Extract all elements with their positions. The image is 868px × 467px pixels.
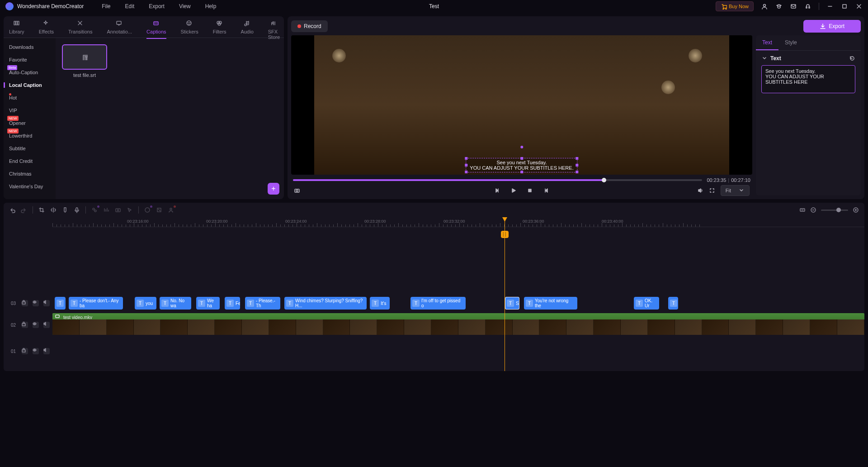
props-tab-style[interactable]: Style [778, 35, 803, 50]
menu-export[interactable]: Export [149, 3, 165, 10]
clip-label: OK. Ur [645, 298, 657, 308]
tab-captions[interactable]: Captions [146, 20, 166, 39]
menu-help[interactable]: Help [205, 3, 217, 10]
cat-subtitle[interactable]: Subtitle [4, 142, 56, 155]
text-clip[interactable]: TIt's [370, 297, 390, 310]
face-icon[interactable] [144, 207, 151, 213]
maximize-icon[interactable] [841, 3, 848, 10]
prev-frame-icon[interactable] [494, 187, 500, 194]
text-clip[interactable]: TFe [225, 297, 240, 310]
group-icon[interactable] [91, 207, 98, 213]
text-clip[interactable]: T [668, 297, 678, 310]
cat-lowerthird[interactable]: NEWLowerthird [4, 129, 56, 142]
export-button[interactable]: Export [803, 20, 861, 33]
fit-select[interactable]: Fit [721, 185, 750, 196]
menu-edit[interactable]: Edit [125, 3, 135, 10]
menu-view[interactable]: View [179, 3, 191, 10]
avatar-icon[interactable] [168, 207, 174, 213]
cat-local-caption[interactable]: Local Caption [4, 79, 56, 91]
cat-auto-caption[interactable]: BetaAuto-Caption [4, 66, 56, 79]
tab-effects[interactable]: Effects [39, 20, 54, 38]
tab-library[interactable]: Library [9, 20, 24, 38]
tab-audio[interactable]: Audio [241, 20, 254, 38]
subtitle-textarea[interactable] [761, 65, 855, 93]
cat-vip[interactable]: VIP [4, 104, 56, 117]
cat-downloads[interactable]: Downloads [4, 41, 56, 53]
marker-icon[interactable] [62, 207, 68, 213]
lock-icon[interactable] [22, 348, 28, 354]
props-tab-text[interactable]: Text [756, 35, 778, 50]
undo-icon[interactable] [9, 207, 15, 213]
eye-icon[interactable] [33, 300, 39, 306]
split-icon[interactable] [50, 207, 57, 213]
add-button[interactable]: + [268, 183, 279, 195]
crop-icon[interactable] [38, 207, 45, 213]
time-ruler[interactable]: 00:23:16:0000:23:20:0000:23:24:0000:23:2… [52, 217, 864, 227]
cat-christmas[interactable]: Christmas [4, 167, 56, 180]
menu-file[interactable]: File [102, 3, 110, 10]
mute-icon[interactable] [43, 322, 50, 328]
lock-icon[interactable] [22, 300, 28, 306]
voiceover-icon[interactable] [74, 207, 80, 213]
text-clip[interactable]: TWind chimes? Slurping? Sniffing?H... [284, 297, 367, 310]
track-lane-01[interactable] [52, 344, 864, 358]
account-icon[interactable] [761, 3, 768, 10]
zoom-in-icon[interactable] [853, 207, 859, 213]
record-button[interactable]: Record [291, 20, 328, 32]
eye-icon[interactable] [33, 322, 39, 328]
volume-icon[interactable] [697, 187, 703, 194]
redo-icon[interactable] [21, 207, 27, 213]
video-canvas[interactable]: See you next Tuesday. YOU CAN ADJUST YOU… [291, 35, 752, 175]
buy-now-button[interactable]: Buy Now [716, 1, 754, 11]
cat-opener[interactable]: NEWOpener [4, 117, 56, 129]
education-icon[interactable] [775, 3, 783, 10]
tab-filters[interactable]: Filters [213, 20, 226, 38]
asset-item[interactable]: T test file.srt [62, 44, 107, 78]
play-icon[interactable] [510, 187, 517, 194]
support-icon[interactable] [804, 3, 811, 10]
eye-icon[interactable] [33, 348, 39, 354]
cat-end-credit[interactable]: End Credit [4, 155, 56, 167]
speed-icon[interactable] [103, 207, 109, 213]
text-clip[interactable]: TYou're not wrong the [524, 297, 577, 310]
lock-icon[interactable] [22, 322, 28, 328]
tab-stickers[interactable]: Stickers [181, 20, 198, 38]
screenshot-icon[interactable] [115, 207, 121, 213]
collapse-icon[interactable] [761, 55, 768, 62]
minimize-icon[interactable] [826, 3, 834, 10]
fit-timeline-icon[interactable] [799, 207, 806, 213]
text-clip[interactable]: T- Please.- Th [245, 297, 280, 310]
tab-transitions[interactable]: Transitions [68, 20, 92, 38]
text-clip[interactable]: TOK. Ur [634, 297, 659, 310]
text-clip[interactable]: T [55, 297, 66, 310]
pan-zoom-icon[interactable] [156, 207, 162, 213]
tab-annotations[interactable]: Annotatio... [107, 20, 132, 38]
close-icon[interactable] [855, 3, 863, 10]
cursor-icon[interactable] [127, 207, 133, 213]
mute-icon[interactable] [43, 348, 50, 354]
next-frame-icon[interactable] [543, 187, 549, 194]
mute-icon[interactable] [43, 300, 50, 306]
cat-hot[interactable]: Hot [4, 91, 56, 104]
track-lane-03[interactable]: TT- Please don't.- Any baTyouTNo. No waT… [52, 296, 864, 310]
text-clip[interactable]: Tyou [135, 297, 156, 310]
text-clip[interactable]: TWe ha [196, 297, 220, 310]
mail-icon[interactable] [790, 3, 797, 10]
subtitle-overlay[interactable]: See you next Tuesday. YOU CAN ADJUST YOU… [466, 158, 577, 172]
text-clip[interactable]: TS [505, 297, 519, 310]
reset-icon[interactable] [849, 55, 855, 62]
fullscreen-icon[interactable] [709, 187, 715, 194]
stop-icon[interactable] [527, 187, 533, 194]
seek-bar[interactable] [293, 179, 702, 181]
text-clip[interactable]: TNo. No wa [160, 297, 191, 310]
snapshot-icon[interactable] [294, 187, 300, 194]
cat-valentines[interactable]: Valentine's Day [4, 180, 56, 193]
zoom-out-icon[interactable] [810, 207, 816, 213]
track-lane-02[interactable]: test video.mkv [52, 313, 864, 337]
ruler-mark: 00:23:32:00 [443, 219, 465, 224]
text-clip[interactable]: TI'm off to get pissed o [410, 297, 466, 310]
video-clip[interactable]: test video.mkv [52, 313, 864, 335]
zoom-slider[interactable] [821, 210, 848, 211]
cat-favorite[interactable]: Favorite [4, 53, 56, 66]
text-clip[interactable]: T- Please don't.- Any ba [69, 297, 123, 310]
